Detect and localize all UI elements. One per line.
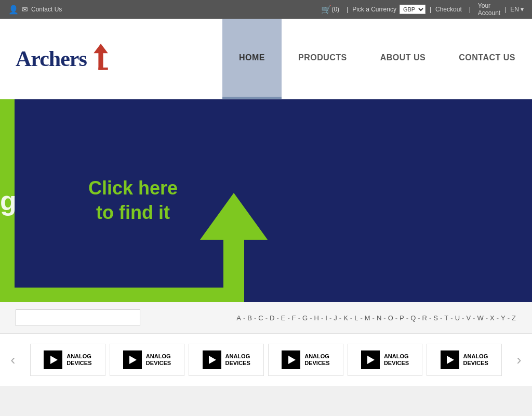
alpha-link-t[interactable]: T: [444, 314, 449, 322]
alpha-link-h[interactable]: H: [314, 314, 320, 322]
envelope-icon: ✉: [22, 5, 28, 14]
hero-cta-text: Click here to find it: [88, 176, 178, 225]
alpha-link-w[interactable]: W: [476, 314, 484, 322]
brand-name-5: ANALOG DEVICES: [463, 353, 488, 367]
carousel-prev-button[interactable]: ‹: [0, 352, 26, 368]
alpha-separator: -: [440, 314, 442, 322]
brand-logo-5: ANALOG DEVICES: [441, 350, 488, 369]
brand-items: ANALOG DEVICESANALOG DEVICESANALOG DEVIC…: [26, 342, 506, 378]
alpha-separator: -: [287, 314, 289, 322]
top-bar: 👤 ✉ Contact Us 🛒 (0) | Pick a Currency G…: [0, 0, 532, 19]
alpha-link-a[interactable]: A: [236, 314, 242, 322]
alpha-link-r[interactable]: R: [422, 314, 428, 322]
alpha-link-e[interactable]: E: [281, 314, 286, 322]
logo[interactable]: Archers: [16, 44, 114, 74]
checkout-link[interactable]: Checkout: [435, 6, 462, 13]
brand-logo-3: ANALOG DEVICES: [282, 350, 329, 369]
alpha-link-k[interactable]: K: [343, 314, 349, 322]
brand-item-0[interactable]: ANALOG DEVICES: [30, 344, 105, 376]
brand-item-3[interactable]: ANALOG DEVICES: [268, 344, 343, 376]
alpha-link-m[interactable]: M: [364, 314, 371, 322]
alpha-link-z[interactable]: Z: [511, 314, 516, 322]
hero-left-text: g: [0, 185, 17, 216]
hero-banner[interactable]: g Click here to find it: [0, 99, 532, 302]
alpha-separator: -: [276, 314, 278, 322]
carousel-next-button[interactable]: ›: [506, 352, 532, 368]
logo-area: Archers: [0, 19, 129, 99]
alphabet-nav: A-B-C-D-E-F-G-H-I-J-K-L-M-N-O-P-Q-R-S-T-…: [236, 314, 516, 322]
svg-marker-4: [200, 193, 268, 302]
alpha-link-j[interactable]: J: [333, 314, 338, 322]
alpha-separator: -: [243, 314, 245, 322]
logo-text: Archers: [16, 46, 87, 71]
currency-select[interactable]: GBP USD EUR: [400, 5, 425, 14]
brand-name-0: ANALOG DEVICES: [66, 353, 91, 367]
cart-count: (0): [331, 6, 339, 13]
brand-item-5[interactable]: ANALOG DEVICES: [427, 344, 502, 376]
alpha-link-q[interactable]: Q: [410, 314, 416, 322]
alpha-separator: -: [360, 314, 362, 322]
alpha-separator: -: [265, 314, 268, 322]
cart-icon: 🛒: [321, 5, 331, 15]
alpha-separator: -: [395, 314, 397, 322]
alpha-link-x[interactable]: X: [489, 314, 495, 322]
alpha-link-y[interactable]: Y: [500, 314, 506, 322]
brand-logo-0: ANALOG DEVICES: [44, 350, 91, 369]
language-selector[interactable]: EN ▾: [510, 6, 524, 13]
alpha-link-p[interactable]: P: [399, 314, 405, 322]
alpha-separator: -: [350, 314, 352, 322]
alpha-separator: -: [486, 314, 488, 322]
brand-play-icon-2: [203, 350, 221, 369]
alpha-link-u[interactable]: U: [455, 314, 460, 322]
nav-home[interactable]: HOME: [222, 19, 282, 99]
alpha-link-f[interactable]: F: [291, 314, 297, 322]
alpha-separator: -: [254, 314, 256, 322]
contact-us-link[interactable]: Contact Us: [31, 6, 62, 13]
alpha-link-v[interactable]: V: [466, 314, 471, 322]
main-nav: HOME PRODUCTS ABOUT US CONTACT US: [222, 19, 532, 99]
search-input[interactable]: [16, 309, 140, 326]
brand-name-3: ANALOG DEVICES: [304, 353, 329, 367]
top-bar-right: 🛒 (0) | Pick a Currency GBP USD EUR | Ch…: [321, 2, 524, 17]
brand-name-2: ANALOG DEVICES: [225, 353, 250, 367]
alpha-link-o[interactable]: O: [388, 314, 394, 322]
search-bar: A-B-C-D-E-F-G-H-I-J-K-L-M-N-O-P-Q-R-S-T-…: [0, 302, 532, 334]
nav-contact[interactable]: CONTACT US: [442, 19, 532, 99]
brand-item-2[interactable]: ANALOG DEVICES: [189, 344, 264, 376]
alpha-separator: -: [373, 314, 375, 322]
alpha-link-b[interactable]: B: [247, 314, 252, 322]
user-icon: 👤: [8, 5, 19, 15]
svg-rect-1: [98, 67, 108, 70]
bottom-section: [0, 386, 532, 416]
alpha-link-n[interactable]: N: [376, 314, 382, 322]
brand-play-icon-5: [441, 350, 459, 369]
brand-item-1[interactable]: ANALOG DEVICES: [110, 344, 185, 376]
alpha-link-c[interactable]: C: [258, 314, 263, 322]
alpha-separator: -: [473, 314, 475, 322]
alpha-separator: -: [321, 314, 323, 322]
brand-play-icon-1: [123, 350, 142, 369]
brand-item-4[interactable]: ANALOG DEVICES: [348, 344, 423, 376]
header: Archers HOME PRODUCTS ABOUT US CONTACT U…: [0, 19, 532, 99]
alpha-link-l[interactable]: L: [354, 314, 358, 322]
alpha-separator: -: [298, 314, 300, 322]
alpha-link-d[interactable]: D: [269, 314, 275, 322]
alpha-separator: -: [329, 314, 331, 322]
alpha-separator: -: [429, 314, 431, 322]
alpha-separator: -: [406, 314, 408, 322]
alpha-link-g[interactable]: G: [302, 314, 308, 322]
nav-about[interactable]: ABOUT US: [364, 19, 443, 99]
brand-play-icon-4: [361, 350, 380, 369]
alpha-separator: -: [508, 314, 510, 322]
alpha-separator: -: [310, 314, 312, 322]
alpha-separator: -: [497, 314, 499, 322]
svg-marker-0: [94, 44, 108, 70]
logo-arrow-icon: [88, 44, 114, 74]
alpha-link-i[interactable]: I: [325, 314, 328, 322]
chevron-down-icon: ▾: [521, 6, 524, 13]
nav-products[interactable]: PRODUCTS: [282, 19, 364, 99]
brand-name-1: ANALOG DEVICES: [146, 353, 171, 367]
alpha-separator: -: [339, 314, 341, 322]
brand-logo-1: ANALOG DEVICES: [123, 350, 171, 369]
alpha-link-s[interactable]: S: [433, 314, 438, 322]
